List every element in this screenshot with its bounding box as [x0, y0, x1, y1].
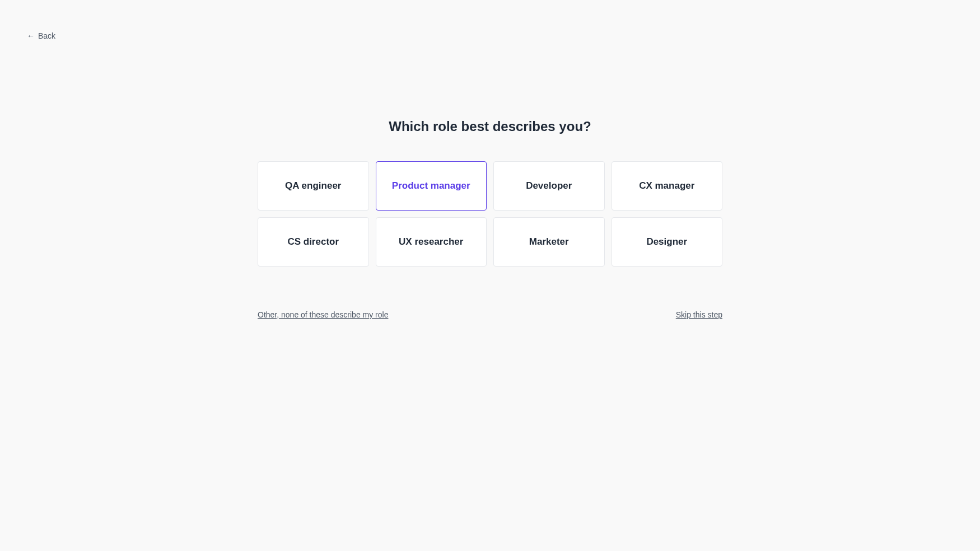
role-card-designer[interactable]: Designer: [612, 217, 723, 267]
page-heading: Which role best describes you?: [258, 119, 722, 134]
role-card-cs-director[interactable]: CS director: [258, 217, 369, 267]
role-label: Designer: [646, 236, 687, 248]
back-label: Back: [38, 31, 55, 40]
footer-links: Other, none of these describe my role Sk…: [258, 310, 722, 319]
role-label: CS director: [287, 236, 339, 248]
role-label: UX researcher: [399, 236, 463, 248]
role-card-marketer[interactable]: Marketer: [493, 217, 605, 267]
role-selection-container: Which role best describes you? QA engine…: [258, 0, 722, 319]
role-label: Marketer: [529, 236, 569, 248]
role-card-product-manager[interactable]: Product manager: [376, 161, 487, 211]
role-label: CX manager: [639, 180, 694, 192]
role-card-qa-engineer[interactable]: QA engineer: [258, 161, 369, 211]
role-label: Product manager: [392, 180, 470, 192]
back-button[interactable]: ← Back: [27, 31, 55, 40]
role-label: QA engineer: [285, 180, 341, 192]
role-card-cx-manager[interactable]: CX manager: [612, 161, 723, 211]
role-label: Developer: [526, 180, 572, 192]
skip-step-link[interactable]: Skip this step: [676, 310, 722, 319]
role-card-developer[interactable]: Developer: [493, 161, 605, 211]
other-role-link[interactable]: Other, none of these describe my role: [258, 310, 388, 319]
role-card-ux-researcher[interactable]: UX researcher: [376, 217, 487, 267]
arrow-left-icon: ←: [27, 32, 35, 40]
role-grid: QA engineer Product manager Developer CX…: [258, 161, 722, 267]
